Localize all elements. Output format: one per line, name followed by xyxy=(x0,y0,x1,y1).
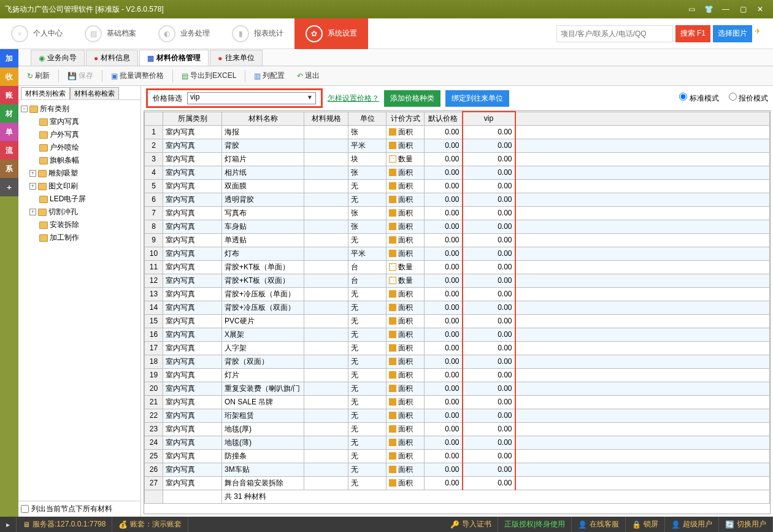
columns-button[interactable]: ▥列配置 xyxy=(249,69,290,83)
cell-spec[interactable] xyxy=(304,247,348,260)
cell-method[interactable]: 面积 xyxy=(386,206,425,220)
expand-icon[interactable]: + xyxy=(29,183,36,190)
cell-name[interactable]: 车身贴 xyxy=(222,220,304,233)
table-row[interactable]: 23室内写真地毯(厚)无面积0.000.00 xyxy=(145,422,770,436)
cell-spec[interactable] xyxy=(304,193,348,206)
table-row[interactable]: 3室内写真灯箱片块数量0.000.00 xyxy=(145,152,770,166)
export-button[interactable]: ▤导出到EXCEL xyxy=(177,69,241,83)
cell-spec[interactable] xyxy=(304,206,348,220)
cell-vip[interactable]: 0.00 xyxy=(463,436,515,449)
cell-vip[interactable]: 0.00 xyxy=(463,341,515,355)
cell-method[interactable]: 数量 xyxy=(386,260,425,274)
cell-method[interactable]: 面积 xyxy=(386,193,425,206)
cell-vip[interactable]: 0.00 xyxy=(463,220,515,233)
cell-default[interactable]: 0.00 xyxy=(425,463,463,476)
cell-default[interactable]: 0.00 xyxy=(425,409,463,422)
tab-wizard[interactable]: ◉业务向导 xyxy=(31,50,85,66)
cell-category[interactable]: 室内写真 xyxy=(163,166,222,179)
tab-material-info[interactable]: ●材料信息 xyxy=(86,50,138,66)
cell-category[interactable]: 室内写真 xyxy=(163,476,222,490)
cell-method[interactable]: 面积 xyxy=(386,220,425,233)
table-row[interactable]: 26室内写真3M车贴无面积0.000.00 xyxy=(145,463,770,476)
cell-method[interactable]: 面积 xyxy=(386,287,425,301)
status-book[interactable]: 💰账套：演示账套 xyxy=(112,517,188,532)
menu-report[interactable]: ▮报表统计 xyxy=(221,18,294,49)
cell-name[interactable]: 背胶+冷压板（单面） xyxy=(222,287,304,301)
cell-name[interactable]: X展架 xyxy=(222,328,304,341)
cell-method[interactable]: 面积 xyxy=(386,368,425,382)
cell-category[interactable]: 室内写真 xyxy=(163,233,222,247)
table-row[interactable]: 4室内写真相片纸张面积0.000.00 xyxy=(145,166,770,179)
cell-default[interactable]: 0.00 xyxy=(425,233,463,247)
cell-spec[interactable] xyxy=(304,166,348,179)
cell-unit[interactable]: 无 xyxy=(348,436,386,449)
cell-unit[interactable]: 平米 xyxy=(348,247,386,260)
table-row[interactable]: 17室内写真人字架无面积0.000.00 xyxy=(145,341,770,355)
cell-default[interactable]: 0.00 xyxy=(425,166,463,179)
cell-default[interactable]: 0.00 xyxy=(425,449,463,463)
cell-default[interactable]: 0.00 xyxy=(425,247,463,260)
menu-system[interactable]: ✿系统设置 xyxy=(294,18,368,49)
cell-category[interactable]: 室内写真 xyxy=(163,274,222,287)
maximize-icon[interactable]: ▢ xyxy=(735,3,751,15)
cell-method[interactable]: 面积 xyxy=(386,449,425,463)
cell-default[interactable]: 0.00 xyxy=(425,395,463,409)
cell-method[interactable]: 面积 xyxy=(386,328,425,341)
cell-unit[interactable]: 无 xyxy=(348,341,386,355)
tree-node[interactable]: 室内写真 xyxy=(50,117,79,127)
batch-button[interactable]: ▣批量调整价格 xyxy=(106,69,169,83)
cell-spec[interactable] xyxy=(304,463,348,476)
cell-spec[interactable] xyxy=(304,179,348,193)
cell-spec[interactable] xyxy=(304,395,348,409)
table-row[interactable]: 14室内写真背胶+冷压板（双面）无面积0.000.00 xyxy=(145,301,770,314)
cell-default[interactable]: 0.00 xyxy=(425,260,463,274)
table-row[interactable]: 12室内写真背胶+KT板（双面）台数量0.000.00 xyxy=(145,274,770,287)
cell-vip[interactable]: 0.00 xyxy=(463,355,515,368)
table-row[interactable]: 5室内写真双面膜无面积0.000.00 xyxy=(145,179,770,193)
cell-category[interactable]: 室内写真 xyxy=(163,301,222,314)
cell-vip[interactable]: 0.00 xyxy=(463,233,515,247)
cell-method[interactable]: 面积 xyxy=(386,247,425,260)
cell-spec[interactable] xyxy=(304,152,348,166)
cell-default[interactable]: 0.00 xyxy=(425,301,463,314)
cell-vip[interactable]: 0.00 xyxy=(463,179,515,193)
cell-category[interactable]: 室内写真 xyxy=(163,341,222,355)
cell-category[interactable]: 室内写真 xyxy=(163,220,222,233)
cell-name[interactable]: 地毯(厚) xyxy=(222,422,304,436)
cell-name[interactable]: 3M车贴 xyxy=(222,463,304,476)
menu-personal[interactable]: ♀个人中心 xyxy=(0,18,74,49)
sidebar-flow[interactable]: 流 xyxy=(0,141,18,160)
cell-unit[interactable]: 无 xyxy=(348,328,386,341)
cell-method[interactable]: 面积 xyxy=(386,409,425,422)
cell-spec[interactable] xyxy=(304,287,348,301)
col-vip[interactable]: vip xyxy=(463,112,515,125)
cell-default[interactable]: 0.00 xyxy=(425,436,463,449)
cell-default[interactable]: 0.00 xyxy=(425,328,463,341)
cell-vip[interactable]: 0.00 xyxy=(463,274,515,287)
cell-category[interactable]: 室内写真 xyxy=(163,206,222,220)
col-category[interactable]: 所属类别 xyxy=(163,112,222,125)
cell-category[interactable]: 室内写真 xyxy=(163,436,222,449)
table-row[interactable]: 11室内写真背胶+KT板（单面）台数量0.000.00 xyxy=(145,260,770,274)
cell-method[interactable]: 面积 xyxy=(386,341,425,355)
cell-default[interactable]: 0.00 xyxy=(425,152,463,166)
cell-spec[interactable] xyxy=(304,436,348,449)
cell-default[interactable]: 0.00 xyxy=(425,274,463,287)
cell-unit[interactable]: 无 xyxy=(348,409,386,422)
cell-category[interactable]: 室内写真 xyxy=(163,382,222,395)
cell-default[interactable]: 0.00 xyxy=(425,220,463,233)
table-row[interactable]: 18室内写真背胶（双面）无面积0.000.00 xyxy=(145,355,770,368)
table-row[interactable]: 2室内写真背胶平米面积0.000.00 xyxy=(145,139,770,152)
col-default[interactable]: 默认价格 xyxy=(425,112,463,125)
cell-unit[interactable]: 无 xyxy=(348,395,386,409)
menu-basic[interactable]: ▤基础档案 xyxy=(74,18,147,49)
cell-unit[interactable]: 平米 xyxy=(348,139,386,152)
cell-vip[interactable]: 0.00 xyxy=(463,152,515,166)
cell-name[interactable]: 重复安装费（喇叭旗/门 xyxy=(222,382,304,395)
cell-category[interactable]: 室内写真 xyxy=(163,179,222,193)
help-link[interactable]: 怎样设置价格？ xyxy=(328,93,379,104)
cell-vip[interactable]: 0.00 xyxy=(463,247,515,260)
tree-tab-category[interactable]: 材料类别检索 xyxy=(21,87,70,99)
table-row[interactable]: 9室内写真单透贴无面积0.000.00 xyxy=(145,233,770,247)
cell-vip[interactable]: 0.00 xyxy=(463,287,515,301)
